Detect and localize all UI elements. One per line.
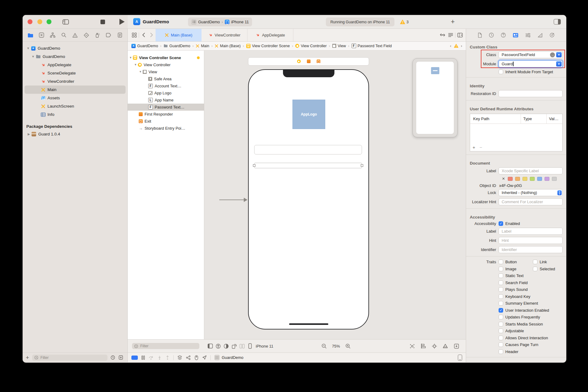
recent-files-icon[interactable] xyxy=(110,355,115,360)
color-swatch-yellow[interactable] xyxy=(522,177,527,181)
app-logo-view[interactable]: AppLogo xyxy=(292,100,325,129)
password-text-field-view-selected[interactable] xyxy=(254,163,362,168)
module-dropdown-chevron-icon[interactable]: ▼ xyxy=(556,61,562,67)
navigator-filter-input[interactable] xyxy=(40,355,105,360)
appearance-icon[interactable] xyxy=(222,344,230,349)
resize-handle-left[interactable] xyxy=(253,164,255,167)
run-button[interactable] xyxy=(119,19,125,25)
outline-filter-input[interactable] xyxy=(140,344,197,348)
zoom-in-icon[interactable] xyxy=(344,344,352,349)
previous-issue-chevron-icon[interactable]: ‹ xyxy=(450,44,451,48)
lock-dropdown[interactable]: Inherited - (Nothing) ▲▼ xyxy=(499,189,563,196)
issue-warning-icon[interactable] xyxy=(454,44,458,48)
disclosure-chevron-icon[interactable]: ▶ xyxy=(26,132,31,136)
trait-causes-page-turn-checkbox[interactable] xyxy=(499,342,503,347)
scene-update-dot[interactable] xyxy=(197,56,200,59)
runtime-attributes-table[interactable]: Key Path Type Val… + − xyxy=(470,114,563,151)
a11y-identifier-field[interactable] xyxy=(499,246,563,253)
help-inspector-icon[interactable] xyxy=(501,32,506,38)
resize-handle-right[interactable] xyxy=(361,164,363,167)
add-attribute-button[interactable]: + xyxy=(473,145,475,150)
outline-app-logo[interactable]: App Logo xyxy=(128,89,204,97)
restoration-id-field[interactable] xyxy=(499,90,563,97)
toggle-navigator-icon[interactable] xyxy=(62,18,69,25)
tab-main-base[interactable]: Main (Base) xyxy=(156,29,202,41)
debug-navigator-icon[interactable] xyxy=(94,32,101,39)
warning-indicator[interactable]: 3 xyxy=(400,20,409,24)
trait-allows-direct-interaction-checkbox[interactable] xyxy=(499,336,503,340)
disclosure-chevron-icon[interactable]: ▼ xyxy=(26,47,31,50)
scheme-selector[interactable]: GuardDemo › iPhone 11 xyxy=(188,17,252,26)
source-control-navigator-icon[interactable] xyxy=(38,32,45,39)
tree-item-appdelegate[interactable]: AppDelegate xyxy=(24,61,126,69)
restoration-id-input[interactable] xyxy=(501,91,560,96)
device-icon[interactable] xyxy=(246,343,254,349)
iphone-scene[interactable]: AppLogo xyxy=(248,69,369,329)
tree-item-package-guard[interactable]: ▶ Guard 1.0.4 xyxy=(24,130,126,138)
history-inspector-icon[interactable] xyxy=(489,32,494,38)
trait-user-interaction-enabled-checkbox[interactable] xyxy=(499,308,503,313)
outline-view[interactable]: ▼ View xyxy=(128,68,204,75)
breadcrumb-password-text-field[interactable]: FPassword Text Field xyxy=(352,44,392,48)
trait-selected-checkbox[interactable] xyxy=(533,267,537,271)
trait-static-text-checkbox[interactable] xyxy=(499,273,503,278)
color-swatch-blue[interactable] xyxy=(537,177,542,181)
inherit-module-checkbox[interactable] xyxy=(499,70,503,74)
trait-image-checkbox[interactable] xyxy=(499,267,503,271)
tree-item-project[interactable]: ▼ GuardDemo xyxy=(24,44,126,52)
close-window-button[interactable] xyxy=(28,19,32,24)
breakpoints-toggle[interactable] xyxy=(131,356,138,360)
file-inspector-icon[interactable] xyxy=(478,32,482,38)
running-process[interactable]: GuardDemo xyxy=(214,355,243,360)
filter-scope-icon[interactable] xyxy=(118,355,123,360)
device-preview-thumbnail[interactable] xyxy=(413,58,458,137)
add-editor-icon[interactable] xyxy=(456,29,464,41)
tree-item-info[interactable]: Info xyxy=(24,110,126,119)
remove-attribute-button[interactable]: − xyxy=(480,145,482,150)
class-dropdown-chevron-icon[interactable]: ▼ xyxy=(556,52,562,57)
code-review-icon[interactable] xyxy=(439,29,447,41)
identity-inspector-icon-selected[interactable] xyxy=(513,33,518,38)
trait-updates-frequently-checkbox[interactable] xyxy=(499,315,503,319)
trait-starts-media-session-checkbox[interactable] xyxy=(499,322,503,326)
toggle-inspector-button[interactable] xyxy=(554,19,561,25)
test-navigator-icon[interactable] xyxy=(83,32,90,39)
accessibility-enabled-checkbox[interactable] xyxy=(499,221,503,226)
outline-entry-point[interactable]: → Storyboard Entry Poi… xyxy=(128,125,204,132)
disclosure-chevron-icon[interactable]: ▼ xyxy=(31,55,36,58)
a11y-identifier-input[interactable] xyxy=(501,247,560,252)
tree-item-assets[interactable]: Assets xyxy=(24,94,126,102)
align-icon[interactable] xyxy=(419,344,427,348)
tree-item-group[interactable]: ▼ GuardDemo xyxy=(24,52,126,61)
outline-exit[interactable]: Exit xyxy=(128,118,204,125)
zoom-out-icon[interactable] xyxy=(320,344,328,349)
breadcrumb-scene[interactable]: View Controller Scene xyxy=(246,44,290,48)
outline-app-name[interactable]: L App Name xyxy=(128,97,204,104)
storyboard-canvas[interactable]: AppLogo xyxy=(204,51,466,339)
scheme-device[interactable]: iPhone 11 xyxy=(231,20,249,24)
size-inspector-icon[interactable] xyxy=(537,33,543,38)
outline-first-responder[interactable]: First Responder xyxy=(128,111,204,118)
navigator-filter-field[interactable] xyxy=(32,355,107,361)
tab-viewcontroller[interactable]: ViewController xyxy=(202,29,247,41)
breadcrumb-view[interactable]: View xyxy=(332,44,346,48)
scheme-name[interactable]: GuardDemo xyxy=(198,20,220,24)
find-navigator-icon[interactable] xyxy=(61,32,67,39)
color-swatch-gray[interactable] xyxy=(552,177,557,181)
add-tab-button[interactable]: + xyxy=(451,18,455,26)
add-constraints-icon[interactable] xyxy=(430,344,438,349)
outline-password-text-field-selected[interactable]: F Password Text… xyxy=(128,104,204,111)
environment-overrides-icon[interactable] xyxy=(194,355,198,360)
breadcrumb-project[interactable]: GuardDemo xyxy=(131,44,158,48)
stop-button[interactable] xyxy=(100,20,105,24)
report-navigator-icon[interactable] xyxy=(116,32,123,39)
color-swatch-orange[interactable] xyxy=(515,177,520,181)
breadcrumb-main[interactable]: Main xyxy=(196,44,209,48)
a11y-hint-field[interactable] xyxy=(499,237,563,244)
module-field-focused[interactable]: Guard ▼ xyxy=(499,60,563,67)
memory-graph-icon[interactable] xyxy=(186,355,191,360)
color-swatch-red[interactable] xyxy=(508,177,513,181)
update-frames-icon[interactable] xyxy=(408,344,416,349)
device-bezel-icon[interactable] xyxy=(458,355,462,361)
forward-chevron-icon[interactable] xyxy=(148,29,156,41)
